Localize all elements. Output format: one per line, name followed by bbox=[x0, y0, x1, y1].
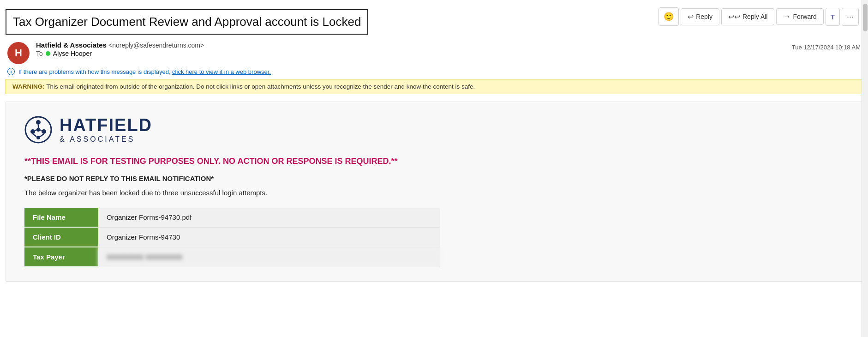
online-indicator bbox=[46, 51, 50, 56]
svg-point-4 bbox=[36, 128, 40, 132]
to-line: To Alyse Hooper bbox=[36, 50, 785, 57]
table-label-cell: File Name bbox=[24, 208, 98, 227]
table-label-cell: Client ID bbox=[24, 227, 98, 247]
email-subject-box: Tax Organizer Document Review and Approv… bbox=[6, 9, 368, 35]
table-row: Tax PayerXXXXXXXX XXXXXXXX bbox=[24, 247, 440, 267]
forward-icon: → bbox=[783, 12, 790, 21]
company-logo: HATFIELD & ASSOCIATES bbox=[24, 116, 844, 144]
no-reply-notice: *PLEASE DO NOT REPLY TO THIS EMAIL NOTIF… bbox=[24, 175, 844, 182]
svg-point-2 bbox=[30, 129, 35, 134]
organizer-info-table: File NameOrganizer Forms-94730.pdfClient… bbox=[24, 208, 440, 267]
logo-text: HATFIELD & ASSOCIATES bbox=[60, 116, 152, 143]
avatar: H bbox=[7, 42, 30, 64]
email-toolbar: 🙂 ↩ Reply ↩↩ Reply All → Forward T ··· bbox=[658, 5, 868, 29]
svg-line-8 bbox=[33, 134, 36, 137]
email-subject: Tax Organizer Document Review and Approv… bbox=[13, 15, 361, 29]
svg-point-1 bbox=[36, 120, 41, 125]
table-row: Client IDOrganizer Forms-94730 bbox=[24, 227, 440, 247]
sender-row: H Hatfield & Associates <noreply@safesen… bbox=[0, 38, 868, 66]
emoji-icon: 🙂 bbox=[664, 12, 674, 21]
more-button[interactable]: ··· bbox=[842, 8, 859, 26]
recipient-name: Alyse Hooper bbox=[53, 50, 92, 57]
warning-text: This email originated from outside of th… bbox=[46, 83, 475, 90]
reply-button[interactable]: ↩ Reply bbox=[681, 8, 719, 25]
table-value-cell: Organizer Forms-94730.pdf bbox=[98, 208, 440, 227]
locked-description: The below organizer has been locked due … bbox=[24, 189, 844, 197]
reply-all-label: Reply All bbox=[742, 13, 767, 20]
svg-line-7 bbox=[40, 130, 42, 131]
info-link[interactable]: click here to view it in a web browser. bbox=[172, 68, 271, 75]
sender-email: <noreply@safesendreturns.com> bbox=[108, 42, 204, 49]
forward-button[interactable]: → Forward bbox=[776, 8, 823, 25]
info-icon: i bbox=[7, 68, 15, 75]
teams-icon: T bbox=[831, 13, 835, 21]
to-label: To bbox=[36, 50, 43, 57]
email-container: Tax Organizer Document Review and Approv… bbox=[0, 0, 868, 337]
email-timestamp: Tue 12/17/2024 10:18 AM bbox=[792, 41, 861, 51]
sender-info: Hatfield & Associates <noreply@safesendr… bbox=[36, 41, 785, 57]
table-value-cell: XXXXXXXX XXXXXXXX bbox=[98, 247, 440, 267]
warning-bar: WARNING: This email originated from outs… bbox=[6, 79, 862, 94]
logo-sub-text: & ASSOCIATES bbox=[60, 135, 152, 144]
logo-main-text: HATFIELD bbox=[60, 116, 152, 135]
logo-icon bbox=[24, 116, 52, 144]
email-body: HATFIELD & ASSOCIATES **THIS EMAIL IS FO… bbox=[6, 102, 862, 282]
teams-button[interactable]: T bbox=[826, 8, 840, 26]
sender-name: Hatfield & Associates <noreply@safesendr… bbox=[36, 41, 785, 49]
forward-label: Forward bbox=[793, 13, 816, 20]
scrollbar-track[interactable] bbox=[862, 0, 868, 337]
emoji-button[interactable]: 🙂 bbox=[658, 7, 679, 26]
table-row: File NameOrganizer Forms-94730.pdf bbox=[24, 208, 440, 227]
reply-all-button[interactable]: ↩↩ Reply All bbox=[721, 8, 774, 25]
more-icon: ··· bbox=[847, 12, 854, 21]
scrollbar-thumb[interactable] bbox=[863, 4, 868, 31]
info-text: If there are problems with how this mess… bbox=[18, 68, 271, 75]
warning-label: WARNING: bbox=[12, 83, 45, 90]
table-label-cell: Tax Payer bbox=[24, 247, 98, 267]
svg-point-3 bbox=[42, 129, 46, 134]
reply-label: Reply bbox=[696, 13, 712, 20]
avatar-letter: H bbox=[15, 47, 22, 59]
reply-all-icon: ↩↩ bbox=[728, 12, 740, 21]
reply-icon: ↩ bbox=[688, 12, 694, 21]
info-banner: i If there are problems with how this me… bbox=[0, 66, 868, 79]
svg-point-10 bbox=[36, 136, 40, 139]
svg-line-6 bbox=[35, 130, 36, 131]
testing-notice: **THIS EMAIL IS FOR TESTING PURPOSES ONL… bbox=[24, 156, 844, 166]
svg-line-9 bbox=[40, 134, 44, 137]
table-value-cell: Organizer Forms-94730 bbox=[98, 227, 440, 247]
